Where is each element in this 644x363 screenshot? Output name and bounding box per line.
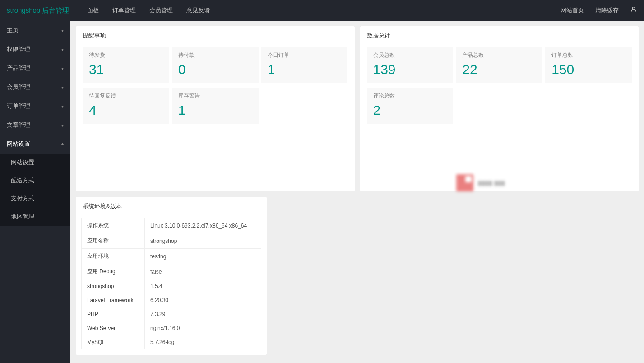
stat-label: 产品总数 [462,51,536,59]
stat-label: 订单总数 [551,51,625,59]
stat-total-orders[interactable]: 订单总数 150 [545,47,632,83]
env-value: 1.5.4 [145,279,261,293]
env-value: strongshop [145,233,261,249]
stat-label: 今日订单 [268,51,342,59]
sidebar-item-website-settings[interactable]: 网站设置 ▾ [0,135,70,154]
stat-value: 1 [268,62,342,77]
stat-total-products[interactable]: 产品总数 22 [456,47,542,83]
table-row: Laravel Framework6.20.30 [82,293,261,307]
stat-pending-feedback[interactable]: 待回复反馈 4 [83,88,169,124]
stat-label: 待付款 [178,51,252,59]
chevron-down-icon: ▾ [61,47,64,52]
stat-value: 31 [89,62,163,77]
stat-value: 22 [462,62,536,77]
stat-value: 2 [373,102,447,117]
card-environment: 系统环境&版本 操作系统Linux 3.10.0-693.2.2.el7.x86… [76,197,267,355]
sidebar-item-home[interactable]: 主页 ▾ [0,21,70,40]
chevron-down-icon: ▾ [61,104,64,109]
sidebar: 主页 ▾ 权限管理 ▾ 产品管理 ▾ 会员管理 ▾ 订单管理 ▾ 文章管理 ▾ … [0,21,70,363]
sidebar-item-members[interactable]: 会员管理 ▾ [0,78,70,97]
top-header: strongshop 后台管理 面板 订单管理 会员管理 意见反馈 网站首页 清… [0,0,644,21]
sidebar-item-permissions[interactable]: 权限管理 ▾ [0,40,70,59]
stat-stock-warning[interactable]: 库存警告 1 [172,88,259,124]
card-title: 提醒事项 [76,26,355,45]
stat-label: 评论总数 [373,92,447,100]
env-value: testing [145,249,261,264]
env-value: 5.7.26-log [145,335,261,349]
stat-total-comments[interactable]: 评论总数 2 [367,88,454,124]
stat-label: 会员总数 [373,51,447,59]
stat-pending-pay[interactable]: 待付款 0 [172,47,259,83]
logo[interactable]: strongshop 后台管理 [7,6,69,15]
chevron-down-icon: ▾ [61,28,64,33]
env-key: PHP [82,307,145,321]
promo-logo-icon [456,174,473,191]
stat-label: 库存警告 [178,92,252,100]
header-right: 网站首页 清除缓存 [561,6,637,15]
table-row: 操作系统Linux 3.10.0-693.2.2.el7.x86_64 x86_… [82,218,261,233]
nav-dashboard[interactable]: 面板 [87,6,99,14]
sub-item-shipping[interactable]: 配送方式 [0,172,70,190]
sub-item-region[interactable]: 地区管理 [0,208,70,226]
table-row: 应用环境testing [82,249,261,264]
env-key: MySQL [82,335,145,349]
table-row: MySQL5.7.26-log [82,335,261,349]
card-title: 系统环境&版本 [76,197,267,216]
card-totals: 数据总计 会员总数 139 产品总数 22 订单总数 150 [360,26,639,191]
env-value: 6.20.30 [145,293,261,307]
env-key: 应用名称 [82,233,145,249]
sidebar-item-label: 主页 [7,26,19,34]
nav-orders[interactable]: 订单管理 [112,6,136,14]
logo-sub: 后台管理 [42,6,69,14]
sub-item-website-settings[interactable]: 网站设置 [0,154,70,172]
promo-text: ▮▮▮▮ ▮▮▮ [478,179,505,186]
table-row: 应用 Debugfalse [82,264,261,279]
card-title: 数据总计 [360,26,639,45]
stat-total-members[interactable]: 会员总数 139 [367,47,454,83]
sidebar-item-label: 网站设置 [7,140,30,148]
chevron-down-icon: ▾ [61,85,64,90]
sidebar-item-products[interactable]: 产品管理 ▾ [0,59,70,78]
table-row: strongshop1.5.4 [82,279,261,293]
env-key: strongshop [82,279,145,293]
nav-members[interactable]: 会员管理 [149,6,173,14]
nav-feedback[interactable]: 意见反馈 [186,6,210,14]
sidebar-item-label: 会员管理 [7,83,30,91]
env-key: Laravel Framework [82,293,145,307]
stat-value: 139 [373,62,447,77]
link-clear-cache[interactable]: 清除缓存 [595,6,619,14]
logo-main: strongshop [7,6,40,14]
promo-overlay: ▮▮▮▮ ▮▮▮ [456,174,542,191]
stat-today-orders[interactable]: 今日订单 1 [261,47,348,83]
submenu-website-settings: 网站设置 配送方式 支付方式 地区管理 [0,154,70,226]
env-value: Linux 3.10.0-693.2.2.el7.x86_64 x86_64 [145,218,261,233]
env-table: 操作系统Linux 3.10.0-693.2.2.el7.x86_64 x86_… [81,218,261,349]
stat-value: 150 [551,62,625,77]
main-content: 提醒事项 待发货 31 待付款 0 今日订单 1 [70,21,644,363]
user-icon[interactable] [630,6,637,15]
chevron-down-icon: ▾ [61,123,64,128]
top-nav: 面板 订单管理 会员管理 意见反馈 [87,6,210,14]
table-row: 应用名称strongshop [82,233,261,249]
chevron-down-icon: ▾ [61,66,64,71]
sidebar-item-label: 文章管理 [7,121,30,129]
env-value: 7.3.29 [145,307,261,321]
sub-item-payment[interactable]: 支付方式 [0,190,70,208]
sidebar-item-label: 产品管理 [7,64,30,72]
stat-label: 待回复反馈 [89,92,163,100]
env-key: 应用环境 [82,249,145,264]
stat-value: 0 [178,62,252,77]
stat-pending-ship[interactable]: 待发货 31 [83,47,169,83]
card-reminders: 提醒事项 待发货 31 待付款 0 今日订单 1 [76,26,355,191]
env-key: 应用 Debug [82,264,145,279]
env-value: nginx/1.16.0 [145,321,261,335]
table-row: Web Servernginx/1.16.0 [82,321,261,335]
table-row: PHP7.3.29 [82,307,261,321]
link-website-home[interactable]: 网站首页 [561,6,584,14]
sidebar-item-label: 权限管理 [7,45,30,53]
stat-label: 待发货 [89,51,163,59]
svg-point-0 [632,7,635,9]
sidebar-item-articles[interactable]: 文章管理 ▾ [0,116,70,135]
sidebar-item-orders[interactable]: 订单管理 ▾ [0,97,70,116]
stat-value: 1 [178,102,252,117]
